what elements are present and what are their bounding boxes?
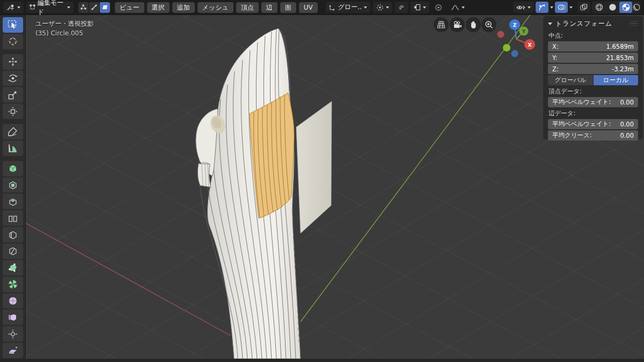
proportional-editing-icon <box>435 4 442 11</box>
global-toggle-button[interactable]: グローバル <box>548 75 594 85</box>
xray-toggle[interactable] <box>577 2 590 13</box>
vertex-data-label: 頂点データ: <box>548 87 638 95</box>
vertex-select-button[interactable] <box>78 2 89 13</box>
mean-crease-field[interactable]: 平均クリース: 0.00 <box>548 130 638 141</box>
solid-shading-button[interactable] <box>606 2 619 13</box>
orientation-axes-icon <box>329 4 336 11</box>
tool-loop-cut[interactable] <box>3 227 23 242</box>
field-value: 1.6589m <box>606 43 634 50</box>
snap-magnet-icon <box>398 4 405 11</box>
menu-view[interactable]: ビュー <box>115 2 144 13</box>
overlays-dropdown-chevron[interactable] <box>569 6 573 9</box>
chevron-down-icon <box>462 6 465 9</box>
field-value: 0.00 <box>620 121 634 128</box>
tool-knife[interactable] <box>3 243 23 259</box>
tool-edge-slide[interactable] <box>3 309 23 325</box>
local-toggle-button[interactable]: ローカル <box>594 75 639 85</box>
mode-selector[interactable]: 編集モード <box>26 2 74 13</box>
tool-shrink-fatten[interactable] <box>3 326 23 342</box>
field-value: 21.853m <box>606 54 634 62</box>
chevron-down-icon <box>364 6 367 9</box>
panel-title: トランスフォーム <box>555 19 612 28</box>
field-label: X: <box>552 43 559 50</box>
tool-add-cube[interactable] <box>3 161 23 176</box>
gizmo-dropdown-chevron[interactable] <box>550 6 553 9</box>
menu-select[interactable]: 選択 <box>147 2 170 13</box>
face-select-button[interactable] <box>100 2 110 13</box>
tool-measure[interactable] <box>3 141 23 156</box>
menu-face[interactable]: 面 <box>280 2 296 13</box>
tool-move[interactable] <box>3 54 23 70</box>
wireframe-shading-icon <box>595 3 603 11</box>
menu-mesh[interactable]: メッシュ <box>197 2 233 13</box>
snap-target-icon <box>414 4 421 11</box>
menu-add[interactable]: 追加 <box>172 2 195 13</box>
vertex-bevel-weight-field[interactable]: 平均ベベルウェイト: 0.00 <box>548 97 638 107</box>
median-y-field[interactable]: Y: 21.853m <box>548 53 638 63</box>
tool-bevel[interactable] <box>3 210 23 226</box>
field-value: 0.00 <box>620 132 634 139</box>
tool-scale[interactable] <box>3 87 23 102</box>
material-preview-button[interactable] <box>619 2 632 13</box>
show-overlays-toggle[interactable] <box>555 2 568 13</box>
object-visibility-dropdown[interactable] <box>513 2 534 13</box>
transform-orientation-dropdown[interactable]: グロー.. <box>326 2 370 13</box>
field-label: 平均ベベルウェイト: <box>552 98 611 106</box>
camera-view-button[interactable] <box>450 17 465 32</box>
pivot-point-dropdown[interactable] <box>373 2 392 13</box>
edge-bevel-weight-field[interactable]: 平均ベベルウェイト: 0.00 <box>548 119 638 129</box>
shading-mode-group <box>592 1 641 13</box>
visibility-eye-icon <box>516 4 525 11</box>
edge-select-button[interactable] <box>89 2 99 13</box>
menu-edge[interactable]: 辺 <box>261 2 277 13</box>
field-label: 平均ベベルウェイト: <box>552 120 611 128</box>
tool-shelf <box>0 15 26 359</box>
editor-type-button[interactable] <box>3 2 24 13</box>
material-preview-icon <box>622 3 630 11</box>
svg-text:Z: Z <box>513 23 517 28</box>
rendered-shading-button[interactable] <box>633 2 640 13</box>
gizmo-neg-x-ball <box>497 31 504 38</box>
wireframe-shading-button[interactable] <box>592 2 605 13</box>
tool-inset-faces[interactable] <box>3 194 23 209</box>
magnifier-plus-icon <box>485 20 493 29</box>
snap-target-dropdown[interactable] <box>411 2 429 13</box>
viewport-3d[interactable]: Z Y X ユーザー・透視投影 (35) Circle.005 <box>26 15 644 359</box>
median-label: 中点: <box>548 32 638 40</box>
edge-data-label: 辺データ: <box>548 109 638 117</box>
tool-smooth[interactable] <box>3 293 23 309</box>
snap-toggle-button[interactable] <box>395 2 408 13</box>
perspective-grid-button[interactable] <box>434 17 449 32</box>
median-z-field[interactable]: Z: -3.23m <box>548 64 638 74</box>
transform-panel: トランスフォーム :::::::: 中点: X: 1.6589m Y: 21.8… <box>543 16 643 139</box>
panel-grip-icon[interactable]: :::::::: <box>630 21 638 26</box>
tool-cursor[interactable] <box>3 34 23 49</box>
pivot-point-icon <box>376 4 384 11</box>
solid-shading-icon <box>609 3 617 11</box>
tool-shear[interactable] <box>3 343 23 358</box>
proportional-editing-button[interactable] <box>432 2 445 13</box>
view-label: ユーザー・透視投影 <box>35 19 94 28</box>
transform-panel-header[interactable]: トランスフォーム :::::::: <box>548 19 638 28</box>
tool-select-box[interactable] <box>3 17 23 33</box>
pan-view-button[interactable] <box>466 17 481 32</box>
tool-extrude-region[interactable] <box>3 178 23 193</box>
show-gizmo-toggle[interactable] <box>536 2 548 13</box>
tool-transform[interactable] <box>3 104 23 119</box>
field-value: 0.00 <box>620 99 634 106</box>
tool-poly-build[interactable] <box>3 260 23 276</box>
overlays-icon <box>558 4 566 11</box>
field-label: Y: <box>552 54 557 62</box>
viewport-3d-icon <box>6 4 15 11</box>
falloff-dropdown[interactable] <box>448 2 468 13</box>
chevron-down-icon <box>386 6 389 9</box>
menu-uv[interactable]: UV <box>299 2 318 13</box>
zoom-view-button[interactable] <box>481 17 496 32</box>
chevron-down-icon <box>67 6 70 9</box>
tool-spin[interactable] <box>3 277 23 292</box>
median-x-field[interactable]: X: 1.6589m <box>548 41 638 51</box>
tool-rotate[interactable] <box>3 71 23 86</box>
field-label: Z: <box>552 65 559 73</box>
menu-vertex[interactable]: 頂点 <box>236 2 259 13</box>
tool-annotate[interactable] <box>3 124 23 139</box>
